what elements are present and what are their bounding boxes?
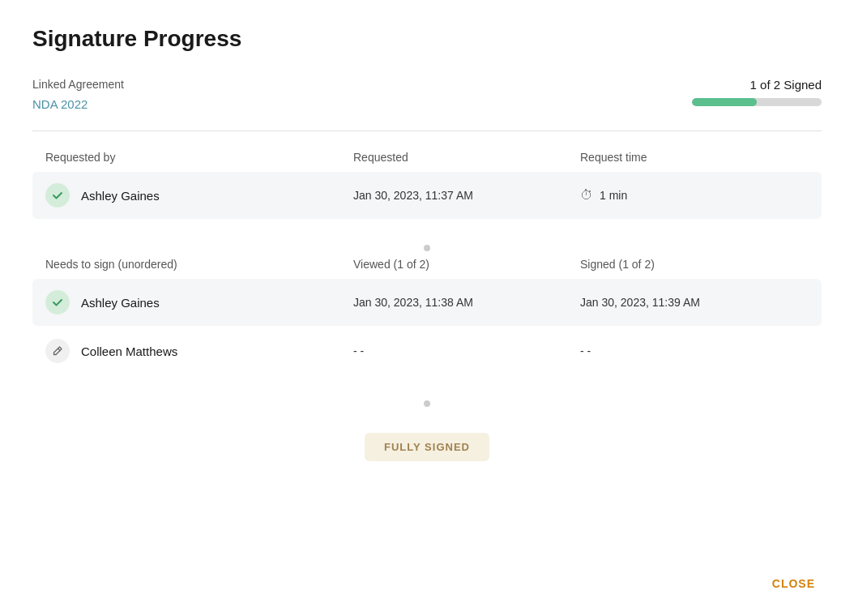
signer-name-1: Ashley Gaines — [81, 296, 160, 310]
request-time-cell: ⏱ 1 min — [580, 188, 809, 203]
agreement-link[interactable]: NDA 2022 — [32, 97, 124, 111]
signer-name-2: Colleen Matthews — [81, 344, 177, 358]
page-title: Signature Progress — [32, 26, 822, 52]
progress-bar — [692, 98, 822, 106]
table-row: Ashley Gaines Jan 30, 2023, 11:38 AM Jan… — [32, 279, 822, 326]
person-cell: Ashley Gaines — [45, 290, 353, 314]
signer-viewed-2: - - — [353, 344, 580, 357]
signers-table-header: Needs to sign (unordered) Viewed (1 of 2… — [32, 258, 822, 279]
signed-count: 1 of 2 Signed — [750, 78, 822, 92]
requested-section: Requested by Requested Request time Ashl… — [32, 151, 822, 219]
signers-col3-header: Signed (1 of 2) — [580, 258, 809, 271]
requested-col2-header: Requested — [353, 151, 580, 164]
requested-date: Jan 30, 2023, 11:37 AM — [353, 189, 580, 202]
divider — [32, 130, 822, 131]
close-button[interactable]: CLOSE — [766, 574, 822, 593]
requested-table-header: Requested by Requested Request time — [32, 151, 822, 172]
dot — [424, 245, 430, 251]
dot-connector-2 — [32, 400, 822, 407]
agreement-left: Linked Agreement NDA 2022 — [32, 78, 124, 111]
fully-signed-section: FULLY SIGNED — [32, 433, 822, 461]
signers-col1-header: Needs to sign (unordered) — [45, 258, 353, 271]
requested-by-name: Ashley Gaines — [81, 189, 160, 203]
check-icon — [45, 290, 70, 314]
signer-signed-1: Jan 30, 2023, 11:39 AM — [580, 296, 809, 309]
table-row: Ashley Gaines Jan 30, 2023, 11:37 AM ⏱ 1… — [32, 172, 822, 219]
dot — [424, 400, 430, 407]
signer-viewed-1: Jan 30, 2023, 11:38 AM — [353, 296, 580, 309]
requested-col1-header: Requested by — [45, 151, 353, 164]
table-row: Colleen Matthews - - - - — [32, 327, 822, 374]
fully-signed-badge: FULLY SIGNED — [365, 433, 489, 461]
pen-icon — [45, 339, 70, 363]
check-icon — [45, 183, 70, 207]
agreement-right: 1 of 2 Signed — [692, 78, 822, 106]
person-cell: Colleen Matthews — [45, 339, 353, 363]
agreement-label: Linked Agreement — [32, 78, 124, 91]
progress-bar-fill — [692, 98, 757, 106]
person-cell: Ashley Gaines — [45, 183, 353, 207]
dot-connector-1 — [32, 245, 822, 251]
signer-signed-2: - - — [580, 344, 809, 357]
signers-section: Needs to sign (unordered) Viewed (1 of 2… — [32, 258, 822, 374]
signers-col2-header: Viewed (1 of 2) — [353, 258, 580, 271]
requested-col3-header: Request time — [580, 151, 809, 164]
request-time-value: 1 min — [600, 189, 627, 202]
timer-icon: ⏱ — [580, 188, 593, 203]
agreement-section: Linked Agreement NDA 2022 1 of 2 Signed — [32, 78, 822, 111]
